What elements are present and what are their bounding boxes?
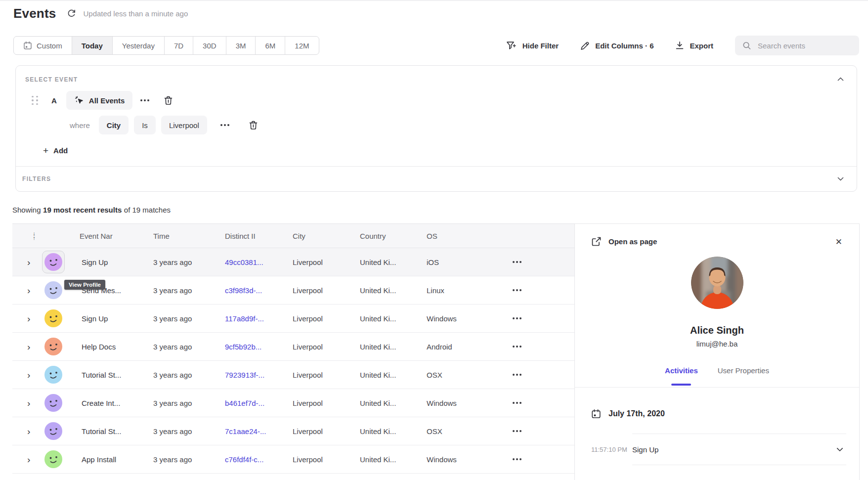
avatar-face-icon <box>44 253 62 271</box>
avatar-face-icon <box>44 309 62 327</box>
close-panel-button[interactable]: ✕ <box>833 235 844 249</box>
row-expand-chevron[interactable]: › <box>27 286 34 295</box>
cell-distinct-id-link[interactable]: 7923913f-... <box>225 371 293 379</box>
cell-distinct-id-link[interactable]: 49cc0381... <box>225 258 293 266</box>
column-header[interactable]: OS <box>427 232 509 240</box>
all-events-cursor-icon <box>74 95 84 105</box>
date-range-today[interactable]: Today <box>72 37 113 54</box>
cell-country: United Ki... <box>360 455 427 464</box>
row-more-button[interactable] <box>509 305 518 332</box>
table-row[interactable]: › App Install 3 years ago c76fdf4f-c... … <box>12 445 574 474</box>
date-range-7d[interactable]: 7D <box>165 37 193 54</box>
avatar-box <box>42 363 65 386</box>
cell-distinct-id-link[interactable]: b461ef7d-... <box>225 399 293 407</box>
user-avatar[interactable] <box>44 394 62 412</box>
calendar-icon <box>23 41 32 50</box>
cell-event-name: Create Int... <box>80 399 153 407</box>
date-range-6m[interactable]: 6M <box>256 37 285 54</box>
cell-time: 3 years ago <box>153 455 225 464</box>
collapse-rows-icon[interactable]: ↓↑ <box>27 231 41 240</box>
row-more-button[interactable] <box>509 417 518 445</box>
activity-event-row[interactable]: Sign Up <box>632 434 846 465</box>
row-more-button[interactable] <box>509 389 518 417</box>
date-range-picker: Custom TodayYesterday7D30D3M6M12M <box>13 36 319 55</box>
table-row[interactable]: › Tutorial St... 3 years ago 7c1aae24-..… <box>12 417 574 445</box>
user-avatar[interactable] <box>44 338 62 355</box>
filter-value-chip[interactable]: Liverpool <box>161 116 207 134</box>
date-range-custom[interactable]: Custom <box>14 37 72 54</box>
cell-os: OSX <box>427 371 509 379</box>
results-summary: Showing 19 most recent results of 19 mat… <box>12 206 171 214</box>
cell-distinct-id-link[interactable]: 117a8d9f-... <box>225 314 293 323</box>
date-range-yesterday[interactable]: Yesterday <box>113 37 165 54</box>
row-expand-chevron[interactable]: › <box>27 258 34 267</box>
chevron-up-icon <box>837 77 844 81</box>
cell-distinct-id-link[interactable]: 9cf5b92b... <box>225 343 293 351</box>
filter-property-chip[interactable]: City <box>99 116 129 134</box>
cell-distinct-id-link[interactable]: 7c1aae24-... <box>225 427 293 436</box>
date-range-12m[interactable]: 12M <box>285 37 318 54</box>
refresh-button[interactable] <box>67 9 76 18</box>
user-avatar[interactable] <box>44 450 62 468</box>
date-range-30d[interactable]: 30D <box>193 37 226 54</box>
row-expand-chevron[interactable]: › <box>27 314 34 323</box>
event-more-button[interactable] <box>136 93 153 108</box>
open-as-page-button[interactable]: Open as page <box>591 236 657 247</box>
row-expand-chevron[interactable]: › <box>27 370 34 380</box>
profile-photo-image <box>691 257 743 309</box>
row-more-button[interactable] <box>509 361 518 389</box>
event-selector-chip[interactable]: All Events <box>66 91 133 110</box>
date-range-3m[interactable]: 3M <box>226 37 256 54</box>
user-avatar[interactable] <box>44 309 62 327</box>
edit-columns-button[interactable]: Edit Columns · 6 <box>580 41 653 50</box>
column-header[interactable]: Time <box>153 232 225 240</box>
filter-operator-chip[interactable]: Is <box>134 116 156 134</box>
row-more-button[interactable] <box>509 333 518 360</box>
table-row[interactable]: › Sign Up 3 years ago 117a8d9f-... Liver… <box>12 305 574 333</box>
column-header[interactable]: Country <box>360 232 427 240</box>
column-header[interactable]: Distinct II <box>225 232 293 240</box>
cell-distinct-id-link[interactable]: c76fdf4f-c... <box>225 455 293 464</box>
table-row[interactable]: › Create Int... 3 years ago b461ef7d-...… <box>12 389 574 417</box>
where-more-button[interactable] <box>217 118 233 132</box>
event-delete-button[interactable] <box>160 93 176 108</box>
collapse-section-button[interactable] <box>835 74 846 85</box>
avatar-box <box>42 420 65 442</box>
row-more-button[interactable] <box>509 445 518 473</box>
where-delete-button[interactable] <box>246 118 261 132</box>
avatar-box <box>42 448 65 471</box>
user-avatar[interactable] <box>44 253 62 271</box>
search-input[interactable] <box>758 42 852 50</box>
tab-activities[interactable]: Activities <box>665 366 698 382</box>
row-expand-chevron[interactable]: › <box>27 342 34 351</box>
table-row[interactable]: › Sign Up 3 years ago 49cc0381... Liverp… <box>12 248 574 276</box>
expand-filters-button[interactable] <box>835 174 846 184</box>
user-avatar[interactable] <box>44 281 62 299</box>
cell-city: Liverpool <box>293 343 360 351</box>
row-expand-chevron[interactable]: › <box>27 398 34 408</box>
table-row[interactable]: › Tutorial St... 3 years ago 7923913f-..… <box>12 361 574 389</box>
chevron-down-icon <box>837 177 844 181</box>
search-events-box[interactable] <box>735 36 859 55</box>
drag-handle-icon[interactable] <box>32 96 38 105</box>
column-header[interactable]: Event Nar <box>80 232 153 240</box>
hide-filter-button[interactable]: Hide Filter <box>506 41 559 50</box>
profile-name: Alice Singh <box>575 325 859 336</box>
add-event-button[interactable]: + Add <box>43 146 68 155</box>
row-more-button[interactable] <box>509 248 518 276</box>
table-row[interactable]: › Help Docs 3 years ago 9cf5b92b... Live… <box>12 333 574 361</box>
row-more-button[interactable] <box>509 276 518 304</box>
row-expand-chevron[interactable]: › <box>27 455 34 464</box>
user-avatar[interactable] <box>44 422 62 440</box>
profile-panel: Open as page ✕ <box>574 223 860 480</box>
export-button[interactable]: Export <box>675 41 713 50</box>
tab-user-properties[interactable]: User Properties <box>718 366 769 382</box>
column-header[interactable]: City <box>293 232 360 240</box>
cell-time: 3 years ago <box>153 399 225 407</box>
open-as-page-icon <box>591 236 602 247</box>
cell-distinct-id-link[interactable]: c3f98f3d-... <box>225 286 293 295</box>
cell-time: 3 years ago <box>153 314 225 323</box>
row-expand-chevron[interactable]: › <box>27 427 34 436</box>
user-avatar[interactable] <box>44 366 62 384</box>
cell-event-name: Tutorial St... <box>80 427 153 436</box>
